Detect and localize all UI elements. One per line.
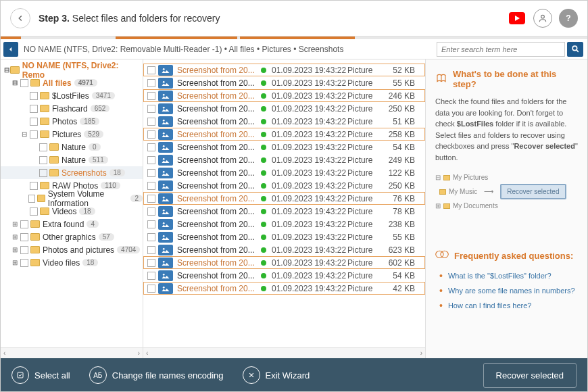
faq-link[interactable]: What is the "$LostFiles" folder? (439, 268, 578, 283)
scroll-right-icon[interactable]: › (420, 349, 422, 357)
checkbox[interactable] (20, 233, 28, 241)
filelist-scrollbar[interactable]: ‹› (143, 347, 425, 358)
file-row[interactable]: Screenshot from 20...01.09.2023 19:43:22… (143, 192, 425, 205)
file-row[interactable]: Screenshot from 20...01.09.2023 19:43:22… (143, 269, 425, 282)
checkbox[interactable] (147, 118, 155, 126)
checkbox[interactable] (147, 130, 155, 139)
file-list[interactable]: Screenshot from 20...01.09.2023 19:43:22… (143, 59, 426, 358)
file-row[interactable]: Screenshot from 20...01.09.2023 19:43:22… (143, 166, 425, 179)
file-row[interactable]: Screenshot from 20...01.09.2023 19:43:22… (143, 102, 425, 115)
file-row[interactable]: Screenshot from 20...01.09.2023 19:43:22… (143, 243, 425, 256)
checkbox[interactable] (28, 195, 35, 203)
tree-item[interactable]: ⊞Photos and pictures4704 (1, 243, 143, 256)
file-row[interactable]: Screenshot from 20...01.09.2023 19:43:22… (143, 128, 425, 141)
tree-item[interactable]: Screenshots18 (1, 166, 143, 179)
file-row[interactable]: Screenshot from 20...01.09.2023 19:43:22… (143, 256, 425, 269)
file-row[interactable]: Screenshot from 20...01.09.2023 19:43:22… (143, 76, 425, 89)
checkbox[interactable] (30, 130, 38, 139)
toggle-icon[interactable] (30, 156, 37, 164)
toggle-icon[interactable] (21, 105, 28, 112)
checkbox[interactable] (20, 246, 28, 254)
tree-item[interactable]: Nature511 (1, 153, 143, 166)
breadcrumb-path[interactable]: NO NAME (NTFS, Drive2: Removable Multi-R… (21, 45, 437, 54)
toggle-icon[interactable] (21, 118, 28, 125)
search-input[interactable] (437, 42, 565, 57)
checkbox[interactable] (147, 246, 155, 254)
file-row[interactable]: Screenshot from 20...01.09.2023 19:43:22… (143, 205, 425, 218)
checkbox[interactable] (30, 182, 38, 190)
tree-scrollbar[interactable]: ‹› (1, 347, 143, 358)
toggle-icon[interactable]: ⊞ (11, 233, 18, 241)
back-button[interactable] (10, 8, 30, 28)
toggle-icon[interactable] (30, 143, 37, 151)
recover-selected-button[interactable]: Recover selected (483, 363, 577, 388)
encoding-button[interactable]: AБ Change file names encoding (89, 366, 224, 384)
tree-item[interactable]: ⊞Video files18 (1, 256, 143, 269)
checkbox[interactable] (39, 143, 47, 151)
tree-item[interactable]: ⊞Extra found4 (1, 218, 143, 230)
scroll-left-icon[interactable]: ‹ (146, 349, 148, 357)
file-row[interactable]: Screenshot from 20...01.09.2023 19:43:22… (143, 153, 425, 166)
exit-wizard-button[interactable]: Exit Wizard (243, 366, 310, 384)
checkbox[interactable] (147, 220, 155, 228)
toggle-icon[interactable]: ⊞ (11, 246, 18, 253)
tree-item[interactable]: System Volume Information2 (1, 192, 143, 205)
select-all-button[interactable]: Select all (11, 366, 70, 384)
file-row[interactable]: Screenshot from 20...01.09.2023 19:43:22… (143, 218, 425, 230)
checkbox[interactable] (147, 169, 155, 177)
tree-item[interactable]: Nature0 (1, 141, 143, 153)
faq-link[interactable]: How can I find files here? (439, 298, 578, 313)
checkbox[interactable] (147, 92, 155, 100)
search-button[interactable] (567, 42, 583, 57)
help-icon[interactable]: ? (559, 9, 578, 28)
file-row[interactable]: Screenshot from 20...01.09.2023 19:43:22… (143, 230, 425, 243)
tree-item[interactable]: Flashcard652 (1, 102, 143, 115)
youtube-icon[interactable] (508, 9, 526, 28)
file-row[interactable]: Screenshot from 20...01.09.2023 19:43:22… (143, 115, 425, 128)
checkbox[interactable] (147, 259, 155, 267)
checkbox[interactable] (147, 233, 155, 241)
toggle-icon[interactable]: ⊞ (11, 259, 18, 266)
checkbox[interactable] (147, 156, 155, 164)
checkbox[interactable] (30, 207, 38, 216)
toggle-icon[interactable] (21, 182, 28, 189)
toggle-icon[interactable]: ⊟ (21, 130, 28, 138)
scroll-left-icon[interactable]: ‹ (3, 349, 5, 357)
checkbox[interactable] (30, 92, 38, 100)
checkbox[interactable] (147, 66, 155, 74)
checkbox[interactable] (147, 79, 155, 87)
toggle-icon[interactable]: ⊟ (3, 66, 10, 74)
faq-link[interactable]: Why are some file names in numbers? (439, 283, 578, 298)
checkbox[interactable] (39, 169, 47, 177)
checkbox[interactable] (147, 285, 155, 293)
toggle-icon[interactable] (21, 92, 28, 99)
user-icon[interactable] (533, 9, 552, 28)
checkbox[interactable] (147, 272, 155, 280)
checkbox[interactable] (20, 220, 28, 228)
breadcrumb-back-button[interactable] (3, 42, 18, 57)
checkbox[interactable] (147, 207, 155, 216)
file-row[interactable]: Screenshot from 20...01.09.2023 19:43:22… (143, 89, 425, 102)
tree-item[interactable]: Photos185 (1, 115, 143, 128)
tree-item[interactable]: ⊟Pictures529 (1, 128, 143, 141)
checkbox[interactable] (147, 195, 155, 203)
toggle-icon[interactable] (30, 169, 37, 176)
checkbox[interactable] (30, 105, 38, 113)
toggle-icon[interactable]: ⊞ (11, 220, 18, 228)
folder-tree[interactable]: ⊟NO NAME (NTFS, Drive2: Remo⊟All files49… (1, 59, 143, 358)
checkbox[interactable] (20, 259, 28, 267)
checkbox[interactable] (30, 118, 38, 126)
file-row[interactable]: Screenshot from 20...01.09.2023 19:43:22… (143, 179, 425, 192)
checkbox[interactable] (147, 182, 155, 190)
tree-item[interactable]: ⊞Other graphics57 (1, 230, 143, 243)
checkbox[interactable] (39, 156, 47, 164)
toggle-icon[interactable] (21, 207, 28, 215)
file-row[interactable]: Screenshot from 20...01.09.2023 19:43:22… (143, 141, 425, 153)
file-row[interactable]: Screenshot from 20...01.09.2023 19:43:22… (143, 64, 425, 76)
tree-item[interactable]: $LostFiles3471 (1, 89, 143, 102)
checkbox[interactable] (20, 79, 28, 87)
scroll-right-icon[interactable]: › (138, 349, 140, 357)
toggle-icon[interactable]: ⊟ (11, 79, 18, 87)
toggle-icon[interactable] (21, 195, 26, 202)
file-row[interactable]: Screenshot from 20...01.09.2023 19:43:22… (143, 282, 425, 295)
